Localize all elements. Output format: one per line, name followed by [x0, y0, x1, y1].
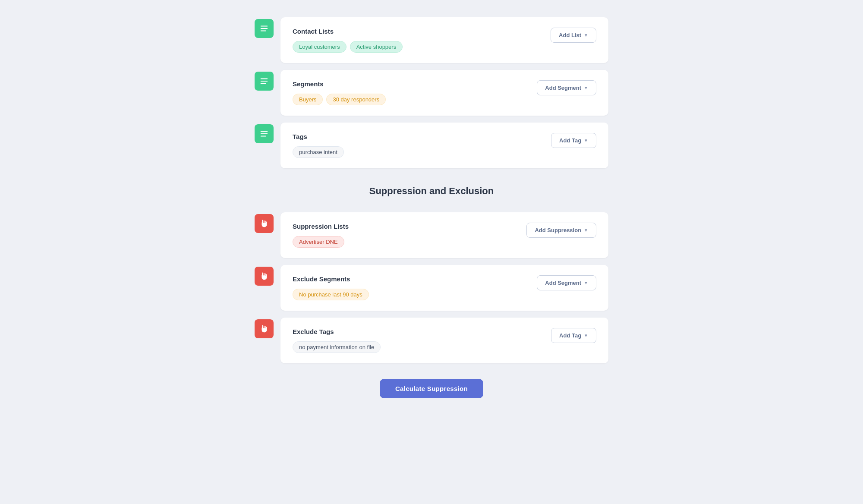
tags-title: Tags [293, 133, 551, 140]
svg-rect-6 [261, 131, 268, 132]
tag-loyal-customers[interactable]: Loyal customers [293, 41, 346, 53]
exclude-tags-row: Exclude Tags no payment information on f… [255, 318, 608, 363]
svg-rect-4 [261, 81, 268, 82]
exclude-segments-content: Exclude Segments No purchase last 90 day… [293, 275, 537, 300]
add-suppression-button[interactable]: Add Suppression ▼ [526, 223, 596, 238]
svg-rect-0 [261, 26, 268, 27]
exclude-tags-tags: no payment information on file [293, 341, 551, 353]
tags-row: Tags purchase intent Add Tag ▼ [255, 123, 608, 168]
svg-rect-1 [261, 28, 268, 29]
tags-list-icon [259, 129, 269, 139]
tag-no-purchase-last-90[interactable]: No purchase last 90 days [293, 289, 369, 300]
contact-lists-title: Contact Lists [293, 28, 551, 35]
segments-card: Segments Buyers 30 day responders Add Se… [280, 70, 608, 116]
chevron-down-icon: ▼ [584, 280, 588, 285]
segments-list-icon [259, 76, 269, 86]
exclude-tags-title: Exclude Tags [293, 328, 551, 335]
contact-lists-content: Contact Lists Loyal customers Active sho… [293, 28, 551, 53]
suppression-lists-card: Suppression Lists Advertiser DNE Add Sup… [280, 212, 608, 258]
suppression-icon-box [255, 214, 274, 233]
tags-content: Tags purchase intent [293, 133, 551, 158]
suppression-heading: Suppression and Exclusion [255, 186, 608, 197]
contact-lists-tags: Loyal customers Active shoppers [293, 41, 551, 53]
add-exclude-tag-button[interactable]: Add Tag ▼ [551, 328, 596, 343]
suppression-lists-tags: Advertiser DNE [293, 236, 526, 248]
tags-icon-box [255, 124, 274, 143]
svg-rect-3 [261, 79, 268, 79]
exclude-segments-icon-box [255, 267, 274, 286]
svg-rect-7 [261, 133, 268, 134]
suppression-lists-content: Suppression Lists Advertiser DNE [293, 223, 526, 248]
segments-icon-box [255, 72, 274, 91]
hand-stop-icon [259, 271, 269, 281]
add-segment-button[interactable]: Add Segment ▼ [537, 80, 596, 95]
exclude-segments-title: Exclude Segments [293, 275, 537, 283]
tag-buyers[interactable]: Buyers [293, 94, 323, 105]
tag-30-day-responders[interactable]: 30 day responders [326, 94, 386, 105]
hand-stop-icon [259, 219, 269, 228]
tag-advertiser-dne[interactable]: Advertiser DNE [293, 236, 344, 248]
chevron-down-icon: ▼ [584, 138, 588, 143]
tag-active-shoppers[interactable]: Active shoppers [350, 41, 403, 53]
hand-stop-icon [259, 324, 269, 334]
segments-tags: Buyers 30 day responders [293, 94, 537, 105]
tags-tags: purchase intent [293, 146, 551, 158]
calculate-button-wrap: Calculate Suppression [255, 379, 608, 398]
chevron-down-icon: ▼ [584, 85, 588, 90]
segments-row: Segments Buyers 30 day responders Add Se… [255, 70, 608, 116]
exclude-tags-icon-box [255, 319, 274, 338]
exclude-segments-card: Exclude Segments No purchase last 90 day… [280, 265, 608, 311]
list-icon [259, 24, 269, 33]
tag-purchase-intent[interactable]: purchase intent [293, 146, 344, 158]
page-container: Contact Lists Loyal customers Active sho… [237, 9, 626, 407]
exclude-segments-row: Exclude Segments No purchase last 90 day… [255, 265, 608, 311]
svg-rect-2 [261, 31, 266, 32]
exclude-tags-content: Exclude Tags no payment information on f… [293, 328, 551, 353]
tag-no-payment-info[interactable]: no payment information on file [293, 341, 381, 353]
chevron-down-icon: ▼ [584, 33, 588, 38]
chevron-down-icon: ▼ [584, 333, 588, 338]
contact-lists-card: Contact Lists Loyal customers Active sho… [280, 17, 608, 63]
segments-title: Segments [293, 80, 537, 88]
chevron-down-icon: ▼ [584, 228, 588, 233]
contact-lists-row: Contact Lists Loyal customers Active sho… [255, 17, 608, 63]
calculate-suppression-button[interactable]: Calculate Suppression [380, 379, 483, 398]
add-tag-button[interactable]: Add Tag ▼ [551, 133, 596, 148]
tags-card: Tags purchase intent Add Tag ▼ [280, 123, 608, 168]
suppression-lists-title: Suppression Lists [293, 223, 526, 230]
contact-lists-icon-box [255, 19, 274, 38]
svg-rect-5 [261, 83, 266, 84]
exclude-segments-tags: No purchase last 90 days [293, 289, 537, 300]
add-exclude-segment-button[interactable]: Add Segment ▼ [537, 275, 596, 290]
suppression-lists-row: Suppression Lists Advertiser DNE Add Sup… [255, 212, 608, 258]
segments-content: Segments Buyers 30 day responders [293, 80, 537, 105]
svg-rect-8 [261, 136, 266, 137]
exclude-tags-card: Exclude Tags no payment information on f… [280, 318, 608, 363]
add-list-button[interactable]: Add List ▼ [551, 28, 596, 43]
